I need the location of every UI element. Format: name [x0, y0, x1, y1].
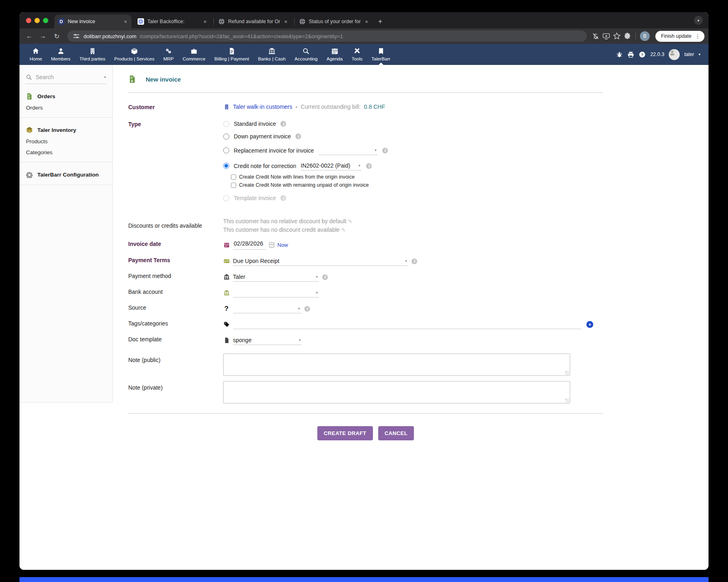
back-button[interactable]: ← [24, 32, 35, 40]
sidebar-search[interactable]: Search ▾ [25, 71, 107, 84]
close-tab-icon[interactable]: × [202, 19, 207, 25]
option-down-payment-invoice[interactable]: Down payment invoice i [223, 133, 603, 140]
tab-new-invoice[interactable]: D New invoice × [54, 15, 131, 28]
notifications-blocked-icon[interactable] [592, 32, 600, 40]
credit-note-invoice-select[interactable]: IN2602-0022 (Paid) ▾ [301, 161, 362, 170]
site-settings-icon[interactable] [72, 32, 80, 40]
tab-search-button[interactable]: ▾ [694, 16, 703, 25]
help-icon[interactable]: ? [639, 51, 646, 58]
edit-pencil-icon[interactable]: ✎ [348, 218, 352, 224]
menu-third-parties[interactable]: Third parties [75, 44, 110, 65]
type-row: Type Standard invoice i Down payment inv… [128, 121, 603, 207]
tags-select[interactable] [233, 320, 582, 329]
debug-bug-icon[interactable] [616, 51, 623, 58]
cancel-button[interactable]: CANCEL [378, 426, 414, 440]
customer-link[interactable]: Taler walk-in customers [233, 103, 292, 110]
tab-order-status[interactable]: Status of your order forrefund × [295, 15, 373, 28]
info-icon[interactable]: i [280, 195, 286, 201]
option-label: Standard invoice [234, 121, 276, 127]
close-tab-icon[interactable]: × [283, 19, 288, 25]
search-dropdown-caret-icon[interactable]: ▾ [104, 75, 106, 79]
checkbox-row-remaining-unpaid[interactable]: Create Credit Note with remaining unpaid… [231, 182, 603, 188]
user-avatar[interactable] [669, 49, 680, 60]
close-tab-icon[interactable]: × [123, 19, 128, 25]
user-menu-caret-icon[interactable]: ▾ [698, 52, 700, 56]
close-window-button[interactable] [26, 18, 31, 23]
menu-home[interactable]: Home [25, 44, 47, 65]
sidebar-item-orders[interactable]: Orders [19, 102, 112, 113]
toolbar-divider [635, 32, 636, 40]
browser-toolbar: ← → ↻ dolibarr.potuzhnyi.com/compta/fact… [19, 28, 709, 44]
invoice-date-input[interactable]: 02/28/2026 [233, 240, 266, 250]
edit-pencil-icon[interactable]: ✎ [341, 227, 346, 233]
radio-credit-note[interactable] [223, 163, 229, 169]
source-select[interactable]: ▾ [233, 304, 301, 313]
add-tag-icon[interactable]: + [586, 321, 593, 328]
sidebar-item-talerbarr-configuration[interactable]: TalerBarr Configuration [19, 169, 112, 181]
third-parties-icon [89, 47, 96, 55]
checkbox-lines-from-origin[interactable] [231, 175, 236, 180]
tab-taler-backoffice[interactable]: Taler Backoffice: × [134, 15, 211, 28]
radio-replacement[interactable] [223, 147, 229, 153]
close-tab-icon[interactable]: × [364, 19, 369, 25]
create-draft-button[interactable]: CREATE DRAFT [317, 426, 373, 440]
menu-banks-cash[interactable]: Banks | Cash [254, 44, 290, 65]
info-icon[interactable]: i [322, 274, 328, 280]
info-icon[interactable]: i [304, 306, 310, 312]
note-public-textarea[interactable] [223, 354, 570, 376]
radio-down-payment[interactable] [223, 134, 229, 140]
doc-template-select[interactable]: sponge ▾ [233, 336, 302, 345]
sidebar-section-header[interactable]: Taler Inventory [19, 124, 112, 136]
menu-commerce[interactable]: Commerce [178, 44, 210, 65]
chrome-menu-icon[interactable]: ⋮ [695, 33, 700, 39]
tab-refund-available[interactable]: Refund available for Order to × [215, 15, 292, 28]
sidebar-item-products[interactable]: Products [19, 136, 112, 147]
info-icon[interactable]: i [411, 259, 417, 264]
taler-spiral-favicon [138, 18, 144, 25]
now-link[interactable]: Now [278, 242, 288, 248]
info-icon[interactable]: i [382, 148, 388, 153]
new-tab-button[interactable]: + [378, 17, 382, 26]
payment-terms-select[interactable]: Due Upon Receipt ▾ [233, 257, 408, 266]
option-replacement-invoice[interactable]: Replacement invoice for invoice ▾ i [223, 146, 603, 155]
finish-update-button[interactable]: Finish update ⋮ [655, 31, 704, 42]
info-icon[interactable]: i [295, 134, 301, 139]
radio-standard-invoice[interactable] [223, 121, 229, 127]
sidebar-section-header[interactable]: $ Orders [19, 91, 112, 102]
zoom-window-button[interactable] [43, 18, 48, 23]
menu-label: Billing | Payment [214, 56, 249, 61]
menu-accounting[interactable]: Accounting [290, 44, 322, 65]
install-app-icon[interactable] [602, 32, 610, 40]
checkbox-remaining-unpaid[interactable] [231, 183, 236, 188]
bank-account-select[interactable]: ▾ [233, 288, 319, 297]
svg-text:?: ? [641, 52, 644, 56]
info-icon[interactable]: i [280, 121, 286, 127]
note-private-textarea[interactable] [223, 381, 570, 403]
bookmark-star-icon[interactable] [613, 32, 621, 40]
replacement-invoice-select[interactable]: ▾ [319, 146, 378, 155]
checkbox-row-lines-from-origin[interactable]: Create Credit Note with lines from the o… [231, 174, 603, 180]
menu-tools[interactable]: Tools [347, 44, 367, 65]
user-name[interactable]: taler [684, 52, 694, 57]
sidebar-item-categories[interactable]: Categories [19, 147, 112, 158]
menu-products-services[interactable]: Products | Services [110, 44, 159, 65]
menu-agenda[interactable]: Agenda [322, 44, 347, 65]
print-icon[interactable] [627, 51, 634, 58]
minimize-window-button[interactable] [34, 18, 40, 23]
extensions-puzzle-icon[interactable] [623, 32, 631, 40]
bank-account-row: Bank account ▾ [128, 288, 603, 297]
profile-avatar[interactable]: B [640, 31, 650, 41]
payment-method-select[interactable]: Taler ▾ [233, 272, 319, 282]
info-icon[interactable]: i [366, 163, 372, 169]
menu-billing-payment[interactable]: Billing | Payment [210, 44, 253, 65]
divider [128, 413, 603, 414]
reload-button[interactable]: ↻ [51, 32, 62, 40]
option-standard-invoice[interactable]: Standard invoice i [223, 121, 603, 127]
date-picker-icon[interactable] [269, 242, 274, 248]
menu-mrp[interactable]: MRP [159, 44, 178, 65]
forward-button[interactable]: → [37, 32, 49, 40]
menu-talerbarr[interactable]: TalerBarr [367, 44, 395, 65]
option-credit-note[interactable]: Credit note for correction IN2602-0022 (… [223, 161, 603, 170]
address-bar[interactable]: dolibarr.potuzhnyi.com/compta/facture/ca… [67, 30, 587, 42]
menu-members[interactable]: Members [47, 44, 75, 65]
